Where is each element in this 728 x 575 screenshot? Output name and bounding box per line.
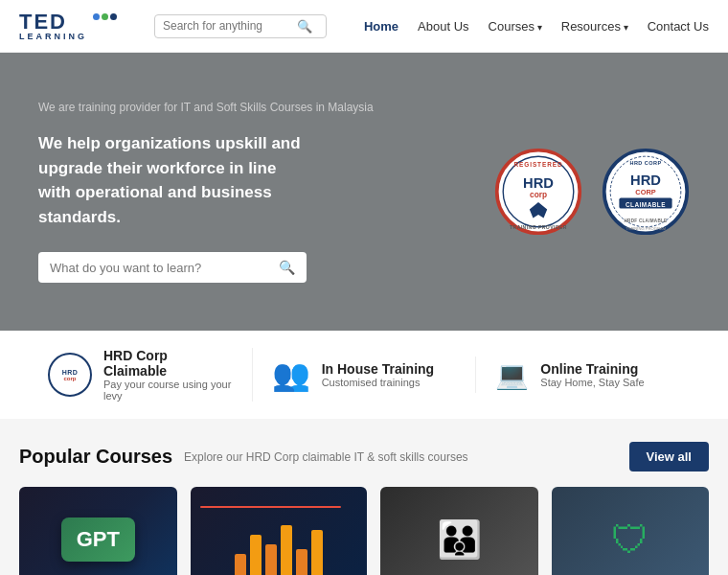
hero-badges: REGISTERED HRD corp TRAINING PROVIDER HR… — [494, 148, 690, 236]
gpt-label: GPT — [61, 518, 135, 562]
hrd-badge-icon: HRD corp — [48, 353, 92, 397]
svg-text:corp: corp — [530, 191, 547, 199]
group-icon: 👪 — [437, 518, 482, 561]
hero-section: We are training provider for IT and Soft… — [0, 53, 728, 331]
bar-1 — [235, 554, 246, 575]
feature-inhouse-title: In House Training — [322, 361, 434, 377]
bar-5 — [296, 549, 307, 575]
dot-darkblue-icon — [110, 13, 117, 20]
bar-3 — [265, 544, 277, 575]
features-bar: HRD corp HRD Corp Claimable Pay your cou… — [0, 331, 728, 419]
bar-2 — [250, 535, 262, 575]
site-header: TED LEARNING 🔍 Home About Us Courses Res… — [0, 0, 728, 53]
svg-text:HRD CORP: HRD CORP — [629, 160, 661, 166]
feature-inhouse: 👥 In House Training Customised trainings — [253, 356, 477, 393]
courses-subtitle: Explore our HRD Corp claimable IT & soft… — [184, 450, 468, 464]
logo[interactable]: TED LEARNING — [19, 12, 117, 41]
registered-badge: REGISTERED HRD corp TRAINING PROVIDER — [494, 148, 582, 236]
feature-hrd-title: HRD Corp Claimable — [103, 348, 233, 379]
courses-header: Popular Courses Explore our HRD Corp cla… — [19, 442, 709, 472]
feature-online-text: Online Training Stay Home, Stay Safe — [540, 361, 644, 388]
nav-courses[interactable]: Courses — [489, 19, 542, 34]
hero-search[interactable]: 🔍 — [38, 252, 307, 283]
feature-hrd-desc: Pay your course using your levy — [103, 379, 233, 402]
feature-hrd-text: HRD Corp Claimable Pay your course using… — [103, 348, 233, 402]
hero-search-icon[interactable]: 🔍 — [279, 260, 295, 275]
nav-resources[interactable]: Resources — [561, 19, 628, 34]
courses-title: Popular Courses — [19, 446, 172, 468]
dot-green-icon — [102, 13, 108, 20]
course-card-gpt[interactable]: GPT — [19, 487, 177, 575]
bar-6 — [311, 530, 323, 575]
logo-learning: LEARNING — [19, 33, 87, 41]
chart-bars — [235, 525, 323, 575]
course-card-shield[interactable]: 🛡 — [552, 487, 710, 575]
feature-online-title: Online Training — [540, 361, 644, 377]
hero-content: We are training provider for IT and Soft… — [38, 101, 466, 283]
header-search[interactable]: 🔍 — [154, 14, 327, 38]
svg-text:CORP: CORP — [635, 188, 655, 196]
view-all-button[interactable]: View all — [629, 442, 709, 472]
search-icon: 🔍 — [297, 19, 312, 34]
feature-online: 💻 Online Training Stay Home, Stay Safe — [476, 359, 699, 391]
people-icon: 👥 — [272, 356, 310, 393]
svg-text:TRAINING PROVIDER: TRAINING PROVIDER — [510, 224, 567, 230]
nav-about[interactable]: About Us — [418, 19, 468, 34]
popular-courses-section: Popular Courses Explore our HRD Corp cla… — [0, 419, 728, 575]
svg-text:TRAINING PROGRAM: TRAINING PROGRAM — [626, 226, 667, 231]
nav-home[interactable]: Home — [364, 19, 398, 34]
shield-icon: 🛡 — [611, 518, 649, 562]
main-nav: Home About Us Courses Resources Contact … — [364, 19, 709, 34]
course-card-people[interactable]: 👪 — [380, 487, 538, 575]
dot-blue-icon — [93, 13, 100, 20]
claimable-badge: HRD CORP HRD CORP CLAIMABLE HRDF CLAIMAB… — [602, 148, 690, 236]
svg-text:REGISTERED: REGISTERED — [513, 161, 562, 168]
bar-4 — [281, 525, 292, 575]
svg-text:HRD: HRD — [630, 172, 661, 188]
hero-title: We help organizations upskill and upgrad… — [38, 131, 307, 229]
svg-text:HRD: HRD — [523, 175, 554, 191]
hero-search-input[interactable] — [50, 261, 279, 275]
laptop-icon: 💻 — [495, 359, 529, 391]
feature-inhouse-text: In House Training Customised trainings — [322, 361, 434, 388]
svg-text:HRDF CLAIMABLE: HRDF CLAIMABLE — [625, 218, 668, 223]
chart-line — [200, 506, 342, 508]
feature-inhouse-desc: Customised trainings — [322, 377, 434, 388]
nav-contact[interactable]: Contact Us — [648, 19, 709, 34]
svg-text:CLAIMABLE: CLAIMABLE — [626, 201, 666, 208]
hero-subtitle: We are training provider for IT and Soft… — [38, 101, 466, 114]
header-search-input[interactable] — [163, 19, 297, 33]
logo-ted: TED — [19, 12, 87, 33]
feature-online-desc: Stay Home, Stay Safe — [540, 377, 644, 388]
feature-hrd-claimable: HRD corp HRD Corp Claimable Pay your cou… — [29, 348, 253, 402]
courses-row: GPT 👪 🛡 — [19, 487, 709, 575]
course-card-chart[interactable] — [191, 487, 368, 575]
logo-dots — [93, 13, 117, 20]
